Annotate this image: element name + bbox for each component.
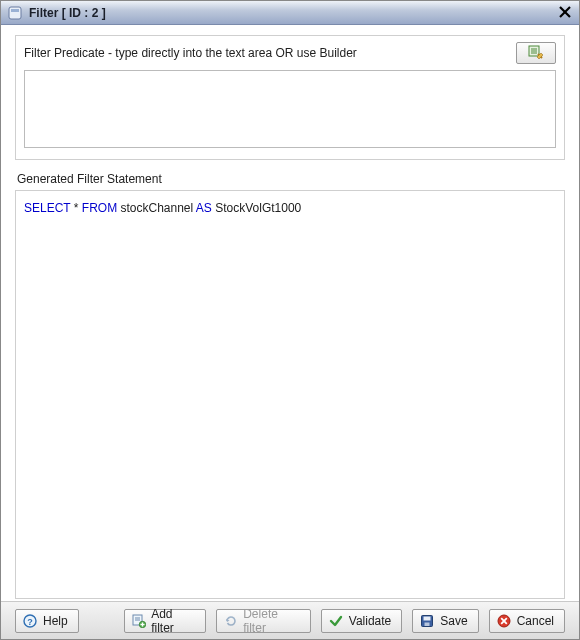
window-title: Filter [ ID : 2 ] [29,6,106,20]
help-label: Help [43,614,68,628]
svg-rect-17 [424,616,431,620]
close-icon[interactable] [557,4,573,20]
validate-label: Validate [349,614,391,628]
builder-button[interactable] [516,42,556,64]
svg-rect-0 [9,7,21,19]
kw-as: AS [196,201,212,215]
save-icon [419,613,435,629]
save-label: Save [440,614,467,628]
predicate-label: Filter Predicate - type directly into th… [24,46,357,60]
txt-starfrom: * [70,201,81,215]
add-filter-label: Add filter [151,607,195,635]
predicate-input[interactable] [24,70,556,148]
predicate-header: Filter Predicate - type directly into th… [24,42,556,64]
add-filter-icon [131,613,146,629]
filter-dialog: Filter [ ID : 2 ] Filter Predicate - typ… [0,0,580,640]
save-button[interactable]: Save [412,609,478,633]
svg-text:?: ? [27,616,33,626]
svg-rect-18 [425,622,430,626]
txt-alias: StockVolGt1000 [212,201,301,215]
kw-from: FROM [82,201,117,215]
svg-rect-1 [11,9,19,12]
validate-button[interactable]: Validate [321,609,402,633]
statement-box: SELECT * FROM stockChannel AS StockVolGt… [15,190,565,599]
dialog-content: Filter Predicate - type directly into th… [1,25,579,601]
delete-filter-button[interactable]: Delete filter [216,609,311,633]
validate-icon [328,613,344,629]
window-icon [7,5,23,21]
button-bar: ? Help Add filter [1,601,579,639]
txt-src: stockChannel [117,201,196,215]
builder-icon [528,44,544,63]
cancel-button[interactable]: Cancel [489,609,565,633]
titlebar: Filter [ ID : 2 ] [1,1,579,25]
delete-filter-label: Delete filter [243,607,300,635]
cancel-icon [496,613,512,629]
predicate-group: Filter Predicate - type directly into th… [15,35,565,160]
add-filter-button[interactable]: Add filter [124,609,206,633]
help-icon: ? [22,613,38,629]
kw-select: SELECT [24,201,70,215]
delete-filter-icon [223,613,238,629]
cancel-label: Cancel [517,614,554,628]
help-button[interactable]: ? Help [15,609,79,633]
statement-label: Generated Filter Statement [17,172,565,186]
